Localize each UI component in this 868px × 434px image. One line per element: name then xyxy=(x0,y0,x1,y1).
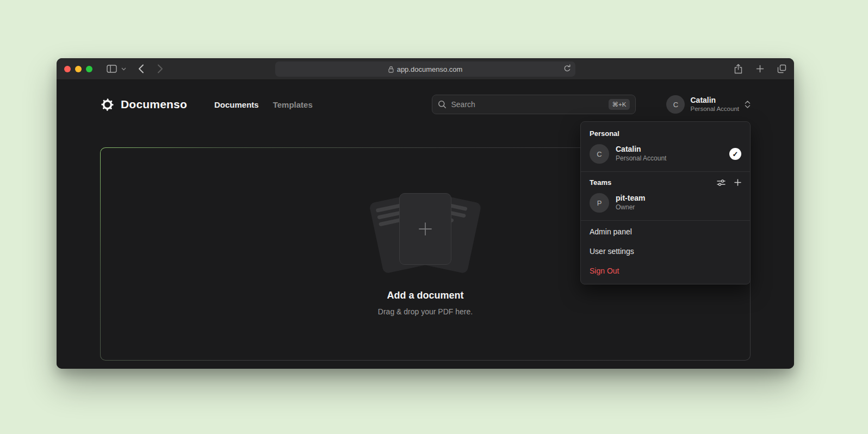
plus-icon xyxy=(417,220,434,238)
url-text: app.documenso.com xyxy=(397,65,463,73)
browser-window: app.documenso.com xyxy=(57,58,794,369)
account-menu-button[interactable]: C Catalin Personal Account xyxy=(666,95,751,114)
menu-divider xyxy=(581,220,750,221)
menu-section-personal: Personal xyxy=(581,124,750,140)
new-tab-icon[interactable] xyxy=(756,65,764,73)
menu-section-teams: Teams xyxy=(581,173,750,189)
main-nav: Documents Templates xyxy=(214,100,313,109)
team-role: Owner xyxy=(616,203,645,212)
brand[interactable]: Documenso xyxy=(100,97,187,112)
menu-item-sign-out[interactable]: Sign Out xyxy=(581,261,750,281)
dropzone-title: Add a document xyxy=(387,290,463,301)
search-input[interactable] xyxy=(451,100,604,109)
chevron-down-icon[interactable] xyxy=(121,67,126,71)
menu-team-item[interactable]: P pit-team Owner xyxy=(581,189,750,219)
traffic-lights xyxy=(64,66,92,72)
browser-titlebar: app.documenso.com xyxy=(57,58,794,80)
documenso-logo-icon xyxy=(100,97,115,112)
account-dropdown-menu: Personal C Catalin Personal Account ✓ Te… xyxy=(580,121,751,284)
documents-illustration xyxy=(368,192,482,274)
avatar: C xyxy=(590,144,609,164)
account-type: Personal Account xyxy=(690,105,739,113)
address-bar[interactable]: app.documenso.com xyxy=(275,61,575,77)
close-window-button[interactable] xyxy=(64,66,71,72)
menu-account-type: Personal Account xyxy=(616,154,666,163)
search-icon xyxy=(438,100,447,109)
menu-personal-account-item[interactable]: C Catalin Personal Account ✓ xyxy=(581,140,750,170)
nav-item-templates[interactable]: Templates xyxy=(273,100,313,109)
reload-icon[interactable] xyxy=(563,64,571,73)
teams-label: Teams xyxy=(590,178,611,187)
dropzone-subtitle: Drag & drop your PDF here. xyxy=(378,307,473,316)
menu-account-name: Catalin xyxy=(616,145,666,154)
zoom-window-button[interactable] xyxy=(86,66,92,72)
nav-item-documents[interactable]: Documents xyxy=(214,100,259,109)
sidebar-toggle-icon[interactable] xyxy=(107,65,117,73)
manage-teams-icon[interactable] xyxy=(717,179,726,187)
selected-check-icon: ✓ xyxy=(729,148,741,160)
document-card-center xyxy=(399,193,451,265)
menu-item-user-settings[interactable]: User settings xyxy=(581,241,750,261)
chevrons-up-down-icon xyxy=(745,100,751,109)
avatar: P xyxy=(590,193,609,213)
share-icon[interactable] xyxy=(734,64,743,74)
menu-item-admin-panel[interactable]: Admin panel xyxy=(581,222,750,241)
app-header: Documenso Documents Templates ⌘+K xyxy=(100,94,751,115)
forward-button-icon[interactable] xyxy=(157,64,163,73)
tab-overview-icon[interactable] xyxy=(777,64,786,73)
search-shortcut-badge: ⌘+K xyxy=(609,99,630,110)
documenso-app-page: Documenso Documents Templates ⌘+K xyxy=(57,80,794,369)
search-bar[interactable]: ⌘+K xyxy=(432,95,636,114)
lock-icon xyxy=(388,66,394,73)
team-name: pit-team xyxy=(616,194,645,203)
account-name: Catalin xyxy=(690,96,739,105)
minimize-window-button[interactable] xyxy=(75,66,82,72)
menu-divider xyxy=(581,171,750,172)
brand-name: Documenso xyxy=(121,98,187,111)
add-team-icon[interactable] xyxy=(734,179,741,186)
back-button-icon[interactable] xyxy=(138,64,144,73)
avatar: C xyxy=(666,95,685,114)
